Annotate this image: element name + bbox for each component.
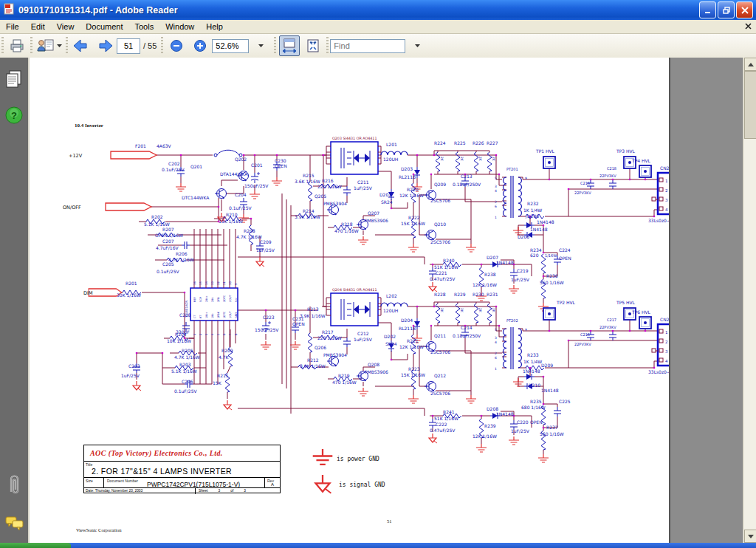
- svg-text:560 1/16W: 560 1/16W: [540, 280, 564, 285]
- svg-text:TP5 HVL: TP5 HVL: [616, 300, 636, 305]
- svg-text:Vcc: Vcc: [235, 298, 238, 302]
- drawing-title: 2. FOR 17"&15" 4 LAMPS INVERTER: [92, 467, 232, 476]
- minimize-button[interactable]: [699, 1, 716, 18]
- menu-edit[interactable]: Edit: [25, 21, 51, 32]
- scroll-down-icon[interactable]: [744, 530, 756, 543]
- svg-text:4.7uF/16V: 4.7uF/16V: [156, 245, 179, 250]
- sheet-label: Sheet: [199, 489, 208, 494]
- svg-text:22PV3KV: 22PV3KV: [599, 174, 616, 178]
- page-number: 51: [387, 518, 392, 524]
- restore-button[interactable]: [718, 1, 735, 18]
- svg-text:R234: R234: [530, 247, 542, 253]
- svg-text:RL211B: RL211B: [399, 174, 416, 179]
- zoom-out-button[interactable]: [166, 35, 187, 56]
- svg-text:33Ls0z0-4D-Ac: 33Ls0z0-4D-Ac: [648, 218, 669, 223]
- signal-gnd-icon: [316, 475, 331, 493]
- svg-text:3.9K 1/16W: 3.9K 1/16W: [300, 313, 326, 318]
- svg-text:15K 1/16W: 15K 1/16W: [401, 372, 425, 377]
- start-button[interactable]: [0, 543, 71, 548]
- pages-panel-icon[interactable]: [5, 69, 23, 92]
- scroll-up-icon[interactable]: [744, 58, 756, 71]
- taskbar[interactable]: [0, 543, 756, 548]
- svg-text:L202: L202: [386, 293, 397, 298]
- svg-text:5.1K 1/16W: 5.1K 1/16W: [144, 222, 170, 227]
- svg-text:Q209: Q209: [434, 182, 446, 187]
- pwm-controller-ic: [190, 279, 238, 329]
- svg-text:1DTC: 1DTC: [223, 311, 226, 318]
- zoom-in-button[interactable]: [190, 35, 210, 56]
- svg-text:Q206: Q206: [315, 345, 326, 350]
- previous-page-button[interactable]: [71, 35, 92, 56]
- comments-icon[interactable]: [5, 516, 24, 535]
- svg-text:4: 4: [495, 340, 497, 344]
- zoom-dropdown-button[interactable]: [250, 35, 271, 56]
- svg-text:D207: D207: [487, 255, 498, 260]
- svg-text:4: 4: [495, 189, 497, 193]
- svg-text:D204: D204: [401, 318, 413, 323]
- svg-text:1K 1/4W: 1K 1/4W: [523, 359, 542, 364]
- help-icon[interactable]: ?: [5, 106, 23, 127]
- toolbar-grip: [161, 37, 163, 55]
- svg-text:0.18uF/250V: 0.18uF/250V: [453, 182, 481, 187]
- email-button[interactable]: [35, 35, 63, 56]
- svg-text:3.9K 1/16W: 3.9K 1/16W: [300, 363, 326, 369]
- svg-text:R203: R203: [179, 362, 191, 367]
- print-button[interactable]: [7, 35, 27, 56]
- find-dropdown-button[interactable]: [407, 35, 427, 56]
- close-button[interactable]: [736, 1, 753, 18]
- menu-document[interactable]: Document: [80, 21, 128, 32]
- svg-text:1IN-: 1IN-: [211, 312, 214, 318]
- svg-text:PMBS3904: PMBS3904: [323, 201, 347, 206]
- sheet-total: 3: [244, 489, 246, 494]
- menu-view[interactable]: View: [51, 21, 80, 32]
- fit-width-button[interactable]: [279, 35, 300, 56]
- next-page-button[interactable]: [94, 35, 115, 56]
- svg-text:0.47uF/25V: 0.47uF/25V: [430, 276, 456, 281]
- svg-text:2OUT: 2OUT: [229, 294, 232, 302]
- svg-text:5.1K 1/16W: 5.1K 1/16W: [171, 369, 197, 374]
- svg-text:R237: R237: [546, 425, 558, 430]
- vertical-scrollbar[interactable]: [743, 58, 756, 543]
- svg-text:SR24: SR24: [385, 341, 397, 346]
- zoom-level-box[interactable]: 52.6%: [212, 39, 249, 53]
- svg-text:R211: R211: [217, 373, 229, 378]
- svg-text:10: 10: [228, 281, 232, 285]
- svg-text:PT201: PT201: [506, 167, 518, 171]
- menu-help[interactable]: Help: [200, 21, 229, 32]
- fit-page-button[interactable]: [303, 35, 323, 56]
- date-value: Thursday, November 20, 2003: [95, 489, 142, 493]
- svg-text:R235: R235: [530, 399, 542, 404]
- svg-text:22PV3KV: 22PV3KV: [574, 342, 591, 346]
- date-label: Date:: [86, 489, 94, 493]
- legend-signal-gnd: is signal GND: [339, 482, 385, 488]
- svg-text:1: 1: [495, 216, 497, 219]
- attachments-icon[interactable]: [5, 473, 23, 499]
- plus-circle-icon: [193, 39, 207, 52]
- menu-tools[interactable]: Tools: [129, 21, 160, 32]
- close-document-icon[interactable]: [745, 22, 752, 31]
- svg-text:Q203 SI4431 OR AO4411: Q203 SI4431 OR AO4411: [332, 137, 377, 140]
- svg-text:2IN-: 2IN-: [211, 296, 214, 302]
- svg-text:1uF/25V: 1uF/25V: [511, 428, 530, 434]
- chevron-down-icon: [57, 44, 62, 48]
- svg-text:D201: D201: [379, 192, 391, 197]
- page-number-input[interactable]: [117, 38, 140, 54]
- svg-text:4.7K: 4.7K: [219, 355, 230, 360]
- menu-window[interactable]: Window: [159, 21, 200, 32]
- svg-text:120UH: 120UH: [383, 157, 398, 162]
- svg-text:1uF/25V: 1uF/25V: [354, 337, 373, 342]
- footer-text: ViewSonic Corporation: [76, 527, 122, 532]
- svg-text:3.6K 1/16W: 3.6K 1/16W: [295, 179, 320, 184]
- find-input[interactable]: [330, 39, 405, 53]
- company-name: AOC (Top Victory) Electronics Co., Ltd.: [84, 445, 280, 462]
- doc-number-label: Document Number: [107, 479, 138, 483]
- svg-text:DTA144WKA: DTA144WKA: [220, 171, 248, 177]
- svg-text:Q205: Q205: [315, 193, 326, 199]
- scrollbar-thumb[interactable]: [744, 71, 756, 139]
- menu-file[interactable]: File: [0, 21, 25, 32]
- svg-text:R217: R217: [322, 329, 334, 335]
- svg-text:1uF/25V: 1uF/25V: [511, 277, 530, 282]
- svg-text:2K: 2K: [440, 308, 444, 313]
- pdf-page: 10.4 Inverter: [30, 58, 670, 543]
- svg-text:1FBK: 1FBK: [217, 311, 220, 318]
